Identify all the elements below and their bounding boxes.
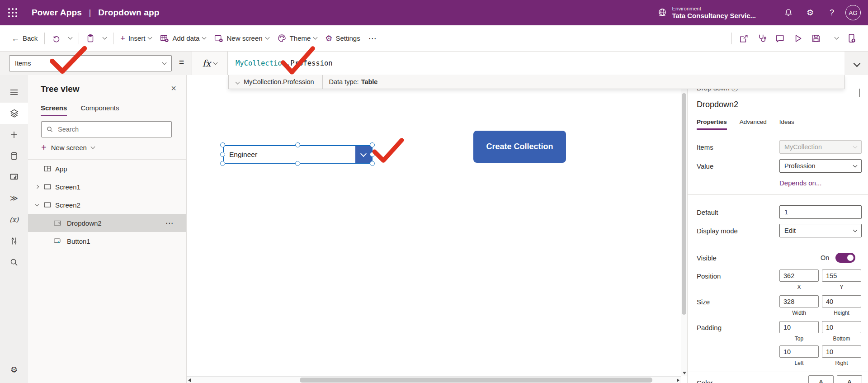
notifications-button[interactable] [778,0,799,25]
tree-row-app[interactable]: App [28,160,186,178]
selection-handle-top-middle[interactable] [295,142,300,147]
selection-handle-top-right[interactable] [370,142,375,147]
padding-right-input[interactable] [822,345,861,358]
new-screen-tree-button[interactable]: + New screen [41,143,94,152]
row-more-icon[interactable]: ⋯ [165,218,174,228]
save-options-chevron[interactable] [831,35,842,42]
scroll-left-arrow[interactable] [188,378,191,382]
selection-handle-bottom-middle[interactable] [295,161,300,166]
close-icon[interactable]: × [171,83,176,94]
chevron-down-icon[interactable] [35,202,39,206]
position-x-input[interactable] [779,270,819,282]
chevron-right-icon[interactable] [35,185,39,189]
avatar[interactable]: AG [845,5,861,20]
app-checker-button[interactable] [753,31,771,46]
canvas-horizontal-scrollbar[interactable] [187,376,681,383]
dropdown-open-button[interactable] [355,146,372,163]
fx-menu[interactable]: fx [192,52,228,75]
selection-handle-top-left[interactable] [220,142,225,147]
selection-handle-bottom-left[interactable] [220,161,225,166]
padding-bottom-input[interactable] [822,321,861,333]
chevron-down-icon [202,35,207,40]
insert-button[interactable]: + Insert [116,32,156,45]
chevron-down-icon [90,144,95,149]
properties-tabs: Properties Advanced Ideas [697,118,794,130]
font-color-button[interactable]: A [808,375,834,383]
save-button[interactable] [807,31,825,46]
new-screen-button[interactable]: New screen [210,31,273,46]
comments-button[interactable] [771,31,789,46]
rail-search-button[interactable] [0,251,28,273]
paste-menu-chevron[interactable] [99,35,110,42]
power-apps-studio: Power Apps | Dropdown app Environment Ta… [0,0,868,383]
default-input[interactable] [779,205,862,219]
rail-media-button[interactable] [0,166,28,188]
undo-menu-chevron[interactable] [65,35,76,42]
publish-button[interactable] [842,30,861,46]
tab-screens[interactable]: Screens [41,104,67,116]
tree-row-button1[interactable]: Button1 [28,232,186,250]
suggestion-text[interactable]: MyCollection.Profession [244,78,314,85]
display-mode-select[interactable]: Edit [779,224,862,237]
more-commands-button[interactable]: ⋯ [364,32,381,45]
tab-advanced[interactable]: Advanced [740,118,767,130]
settings-button[interactable]: ⚙ Settings [321,32,364,45]
rail-settings-button[interactable]: ⚙ [0,359,28,380]
depends-on-link[interactable]: Depends on... [779,179,821,187]
scroll-down-arrow[interactable] [683,372,686,374]
size-width-input[interactable] [779,295,819,307]
tab-ideas[interactable]: Ideas [779,118,794,130]
visible-toggle[interactable] [835,253,855,263]
padding-left-input[interactable] [779,345,819,358]
size-height-input[interactable] [822,295,861,307]
canvas[interactable]: Engineer Create Collection [187,75,687,383]
canvas-create-collection-button[interactable]: Create Collection [473,131,566,163]
property-selector[interactable]: Items [9,55,172,71]
rail-data-button[interactable] [0,145,28,166]
add-data-button[interactable]: Add data [156,31,210,46]
tab-components[interactable]: Components [80,104,119,116]
waffle-menu-icon[interactable] [0,0,25,25]
selection-handle-middle-left[interactable] [220,152,225,157]
collapse-rail-button[interactable] [0,81,28,103]
tree-row-screen2[interactable]: Screen2 [28,196,186,214]
canvas-vertical-scrollbar[interactable] [681,75,687,376]
environment-picker[interactable]: Environment Tata Consultancy Servic... [657,6,756,19]
tree-row-screen1[interactable]: Screen1 [28,178,186,196]
theme-button[interactable]: Theme [273,31,321,46]
color-label: Color [697,379,713,383]
share-button[interactable] [735,31,753,46]
help-button[interactable]: ? [821,0,843,25]
horizontal-scrollbar-thumb[interactable] [300,378,652,383]
tab-properties[interactable]: Properties [697,118,727,130]
chevron-down-icon[interactable] [236,80,240,84]
value-select[interactable]: Profession [779,159,862,173]
app-title: Power Apps | Dropdown app [32,8,160,18]
rail-variables-button[interactable]: (x) [0,209,28,230]
undo-button[interactable] [47,31,65,46]
command-bar: ← Back + Insert Add data [0,25,868,52]
settings-button-topbar[interactable]: ⚙ [799,0,821,25]
paste-button[interactable] [82,31,99,46]
rail-power-automate-button[interactable]: ≫ [0,188,28,209]
tree-search-box[interactable] [41,121,172,137]
padding-top-input[interactable] [779,321,819,333]
preview-button[interactable] [789,31,807,46]
position-y-input[interactable] [822,270,861,282]
fill-color-button[interactable]: A [837,375,862,383]
selection-handle-bottom-right[interactable] [370,161,375,166]
scroll-right-arrow[interactable] [677,378,679,382]
plus-icon: + [41,143,47,152]
rail-advanced-tools-button[interactable] [0,230,28,251]
formula-bar-expand-button[interactable] [850,59,863,70]
tree-row-dropdown2[interactable]: Dropdown2 ⋯ [28,214,186,232]
variables-icon: (x) [9,216,19,224]
vertical-scrollbar-thumb[interactable] [682,93,686,315]
panel-expand-button[interactable] [859,89,860,97]
rail-insert-button[interactable] [0,124,28,145]
search-input[interactable] [58,126,167,133]
selection-handle-middle-right[interactable] [370,152,375,157]
back-button[interactable]: ← Back [7,32,42,45]
formula-input[interactable]: MyCollection.Profession [228,52,844,75]
rail-tree-view-button[interactable] [0,103,28,124]
